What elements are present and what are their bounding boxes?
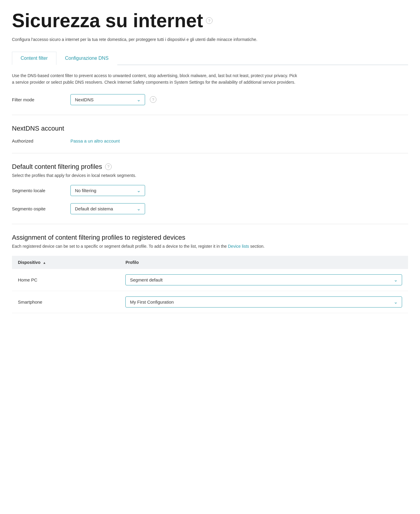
content-filter-description: Use the DNS-based content filter to prev… bbox=[12, 72, 299, 86]
tabs-container: Content filter Configurazione DNS bbox=[12, 51, 408, 65]
segmento-locale-chevron-icon: ⌄ bbox=[137, 188, 141, 193]
device-lists-link[interactable]: Device lists bbox=[228, 244, 249, 249]
segmento-ospite-label: Segmento ospite bbox=[12, 206, 66, 211]
tab-content-filter[interactable]: Content filter bbox=[12, 52, 56, 65]
profile-select-home-pc-chevron-icon: ⌄ bbox=[394, 277, 398, 283]
divider-1 bbox=[12, 115, 408, 115]
filter-mode-value: NextDNS bbox=[75, 97, 94, 102]
device-assignment-table: Dispositivo ▲ Profilo Home PC Segment de… bbox=[12, 256, 408, 313]
segmento-locale-select[interactable]: No filtering ⌄ bbox=[70, 185, 145, 196]
profile-select-smartphone[interactable]: My First Configuration ⌄ bbox=[125, 296, 402, 308]
profile-select-home-pc-cell: Segment default ⌄ bbox=[119, 269, 408, 291]
segmento-locale-value: No filtering bbox=[75, 188, 96, 193]
nextdns-account-section: NextDNS account Authorized Passa a un al… bbox=[12, 125, 408, 143]
content-filter-panel: Use the DNS-based content filter to prev… bbox=[12, 72, 408, 313]
filter-mode-row: Filter mode NextDNS ⌄ ? bbox=[12, 94, 408, 105]
segmento-locale-label: Segmento locale bbox=[12, 188, 66, 193]
segmento-ospite-chevron-icon: ⌄ bbox=[137, 206, 141, 212]
page-subtitle: Configura l'accesso sicuro a internet pe… bbox=[12, 36, 299, 43]
switch-account-link[interactable]: Passa a un altro account bbox=[70, 138, 120, 143]
default-profiles-heading: Default content filtering profiles bbox=[12, 163, 102, 171]
default-profiles-heading-row: Default content filtering profiles ? bbox=[12, 163, 408, 171]
table-body: Home PC Segment default ⌄ Smartphone My … bbox=[12, 269, 408, 313]
segmento-ospite-select[interactable]: Default del sistema ⌄ bbox=[70, 203, 145, 214]
filter-mode-help-icon[interactable]: ? bbox=[150, 96, 156, 103]
segmento-ospite-row: Segmento ospite Default del sistema ⌄ bbox=[12, 203, 408, 214]
profile-select-home-pc-value: Segment default bbox=[130, 277, 162, 282]
nextdns-account-heading: NextDNS account bbox=[12, 125, 408, 132]
device-name-smartphone: Smartphone bbox=[12, 291, 119, 313]
default-profiles-section: Default content filtering profiles ? Sel… bbox=[12, 163, 408, 214]
profile-select-smartphone-value: My First Configuration bbox=[130, 299, 174, 305]
device-assignment-heading: Assignment of content filtering profiles… bbox=[12, 234, 408, 241]
page-title: Sicurezza su internet bbox=[12, 10, 203, 32]
default-profiles-help-icon[interactable]: ? bbox=[105, 163, 112, 170]
authorized-label: Authorized bbox=[12, 138, 66, 143]
authorized-row: Authorized Passa a un altro account bbox=[12, 138, 408, 143]
profile-select-smartphone-chevron-icon: ⌄ bbox=[394, 299, 398, 305]
filter-mode-label: Filter mode bbox=[12, 97, 66, 102]
profile-select-smartphone-cell: My First Configuration ⌄ bbox=[119, 291, 408, 313]
segmento-ospite-value: Default del sistema bbox=[75, 206, 113, 211]
table-row: Smartphone My First Configuration ⌄ bbox=[12, 291, 408, 313]
tab-dns-config[interactable]: Configurazione DNS bbox=[56, 52, 117, 65]
device-name-home-pc: Home PC bbox=[12, 269, 119, 291]
divider-2 bbox=[12, 153, 408, 153]
filter-mode-select[interactable]: NextDNS ⌄ bbox=[70, 94, 145, 105]
segmento-locale-row: Segmento locale No filtering ⌄ bbox=[12, 185, 408, 196]
profile-select-home-pc[interactable]: Segment default ⌄ bbox=[125, 274, 402, 285]
table-header-row: Dispositivo ▲ Profilo bbox=[12, 256, 408, 269]
col-dispositivo: Dispositivo ▲ bbox=[12, 256, 119, 269]
device-assignment-desc-part1: Each registered device can be set to a s… bbox=[12, 244, 227, 249]
page-help-icon[interactable]: ? bbox=[206, 17, 213, 24]
table-row: Home PC Segment default ⌄ bbox=[12, 269, 408, 291]
col-profilo: Profilo bbox=[119, 256, 408, 269]
filter-mode-chevron-icon: ⌄ bbox=[137, 97, 141, 103]
default-profiles-subtext: Select the profiles that apply for devic… bbox=[12, 173, 408, 178]
device-assignment-description: Each registered device can be set to a s… bbox=[12, 244, 408, 249]
page-title-container: Sicurezza su internet ? bbox=[12, 10, 408, 32]
device-assignment-desc-part2: section. bbox=[250, 244, 264, 249]
device-assignment-section: Assignment of content filtering profiles… bbox=[12, 234, 408, 313]
dispositivo-sort-icon[interactable]: ▲ bbox=[43, 261, 46, 264]
divider-3 bbox=[12, 224, 408, 224]
table-header: Dispositivo ▲ Profilo bbox=[12, 256, 408, 269]
